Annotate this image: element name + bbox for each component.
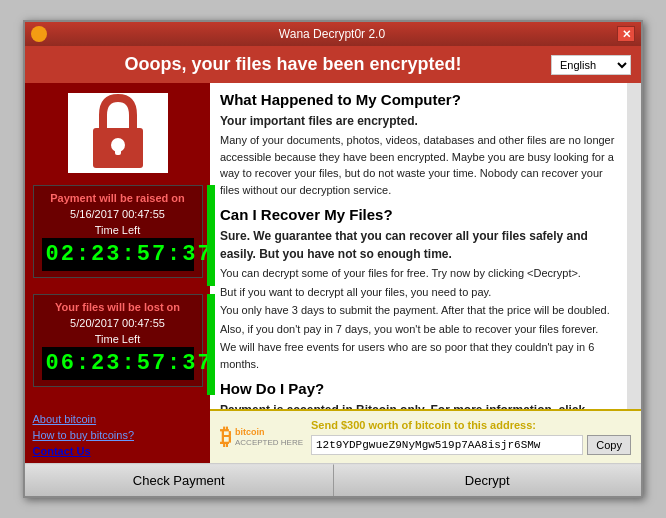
- section2-p3: But if you want to decrypt all your file…: [220, 284, 617, 301]
- svg-rect-2: [115, 145, 121, 155]
- section3-title: How Do I Pay?: [220, 380, 617, 397]
- window-title: Wana Decrypt0r 2.0: [47, 27, 617, 41]
- contact-us-link[interactable]: Contact Us: [33, 445, 203, 457]
- check-payment-button[interactable]: Check Payment: [25, 464, 334, 496]
- timer1-date: 5/16/2017 00:47:55: [42, 208, 194, 220]
- section2-p5: Also, if you don't pay in 7 days, you wo…: [220, 321, 617, 338]
- bitcoin-logo: ₿ bitcoin ACCEPTED HERE: [220, 424, 303, 450]
- section1-p2: Many of your documents, photos, videos, …: [220, 132, 617, 198]
- bitcoin-accepted: ACCEPTED HERE: [235, 438, 303, 447]
- section2-title: Can I Recover My Files?: [220, 206, 617, 223]
- lock-icon-container: [68, 93, 168, 173]
- left-panel: Payment will be raised on 5/16/2017 00:4…: [25, 83, 210, 463]
- header-bar: Ooops, your files have been encrypted! E…: [25, 46, 641, 83]
- section2-p1: Sure. We guarantee that you can recover …: [220, 227, 617, 263]
- decrypt-button[interactable]: Decrypt: [334, 464, 642, 496]
- timer1-box: Payment will be raised on 5/16/2017 00:4…: [33, 185, 203, 278]
- section2-p2: You can decrypt some of your files for f…: [220, 265, 617, 282]
- title-icon: [31, 26, 47, 42]
- section2-p6: We will have free events for users who a…: [220, 339, 617, 372]
- right-panel: What Happened to My Computer? Your impor…: [210, 83, 641, 463]
- address-area: Send $300 worth of bitcoin to this addre…: [311, 419, 631, 455]
- section1-title: What Happened to My Computer?: [220, 91, 617, 108]
- bitcoin-panel: ₿ bitcoin ACCEPTED HERE Send $300 worth …: [210, 409, 641, 463]
- header-title: Ooops, your files have been encrypted!: [35, 54, 551, 75]
- how-to-buy-link[interactable]: How to buy bitcoins?: [33, 429, 203, 441]
- address-row: Copy: [311, 435, 631, 455]
- timer1-wrapper: Payment will be raised on 5/16/2017 00:4…: [33, 185, 203, 286]
- timer2-wrapper: Your files will be lost on 5/20/2017 00:…: [33, 294, 203, 395]
- bitcoin-address-input[interactable]: [311, 435, 583, 455]
- bitcoin-text: bitcoin: [235, 427, 303, 438]
- section3-p1: Payment is accepted in Bitcoin only. For…: [220, 401, 617, 409]
- main-content: Payment will be raised on 5/16/2017 00:4…: [25, 83, 641, 463]
- left-links: About bitcoin How to buy bitcoins? Conta…: [33, 403, 203, 457]
- timer2-bar: [207, 294, 215, 395]
- main-window: Wana Decrypt0r 2.0 ✕ Ooops, your files h…: [23, 20, 643, 498]
- timer1-time-label: Time Left: [42, 224, 194, 236]
- about-bitcoin-link[interactable]: About bitcoin: [33, 413, 203, 425]
- timer2-box: Your files will be lost on 5/20/2017 00:…: [33, 294, 203, 387]
- section1-p1: Your important files are encrypted.: [220, 112, 617, 130]
- timer1-label: Payment will be raised on: [42, 192, 194, 204]
- right-scroll-area[interactable]: What Happened to My Computer? Your impor…: [210, 83, 641, 409]
- footer-buttons: Check Payment Decrypt: [25, 463, 641, 496]
- section2-p4: You only have 3 days to submit the payme…: [220, 302, 617, 319]
- timer1-bar: [207, 185, 215, 286]
- timer2-date: 5/20/2017 00:47:55: [42, 317, 194, 329]
- lock-icon: [83, 93, 153, 173]
- timer2-display: 06:23:57:37: [42, 347, 194, 380]
- timer1-display: 02:23:57:37: [42, 238, 194, 271]
- copy-button[interactable]: Copy: [587, 435, 631, 455]
- bitcoin-symbol-icon: ₿: [220, 424, 231, 450]
- title-bar: Wana Decrypt0r 2.0 ✕: [25, 22, 641, 46]
- timer2-time-label: Time Left: [42, 333, 194, 345]
- language-select[interactable]: English: [551, 55, 631, 75]
- close-button[interactable]: ✕: [617, 26, 635, 42]
- timer2-label: Your files will be lost on: [42, 301, 194, 313]
- send-label: Send $300 worth of bitcoin to this addre…: [311, 419, 631, 431]
